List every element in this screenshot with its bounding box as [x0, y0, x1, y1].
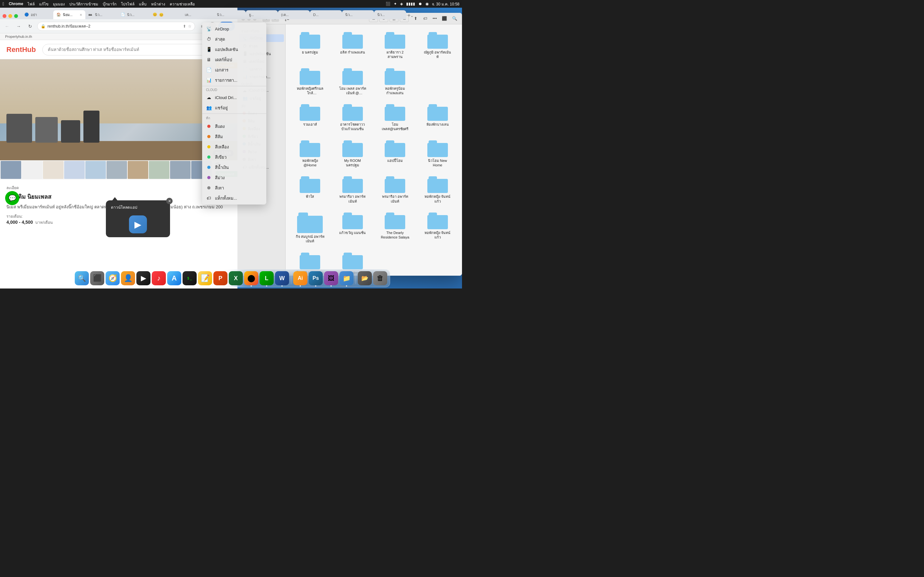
tab-4[interactable]: 📄 นิว... [118, 10, 150, 19]
folder-item-horphak-srikaml[interactable]: หอพักหญิงศรีกมล ใกล้ มรน...นครปฐม [291, 66, 330, 98]
history-menu[interactable]: ประวัติการเข้าชม [69, 1, 98, 7]
share-documents[interactable]: 📄 เอกสาร [202, 65, 266, 75]
folder-item-natphum[interactable]: ณัฐภูมิ อพาร์ทเม้นท์ [418, 29, 457, 62]
site-logo[interactable]: RentHub [6, 45, 36, 54]
thumb-6[interactable] [107, 161, 127, 179]
dock-files-icon[interactable]: 📁 [339, 271, 354, 285]
folder-item-y-nakhon[interactable]: ย นครปฐม [291, 29, 330, 62]
folder-item-horphak-kru[interactable]: หอพักครูป้อม กำแพงแสน [376, 66, 415, 98]
minimize-button[interactable] [8, 14, 12, 18]
help-menu[interactable]: ความช่วยเหลือ [170, 1, 195, 7]
tab-menu[interactable]: แท็บ [139, 1, 147, 7]
dock-safari-icon[interactable]: 🧭 [105, 271, 120, 285]
dock-finder-icon[interactable]: 🔍 [75, 271, 89, 285]
share-icloud[interactable]: ☁ iCloud Dri... [202, 92, 266, 103]
dock-ai-icon[interactable]: Ai [293, 271, 307, 285]
folder-item-patitara[interactable]: ผาติธารา 2 สามพราน [376, 29, 415, 62]
view-menu[interactable]: มุมมอง [53, 1, 65, 7]
folder-item-alis[interactable]: อลิส กำแพงแสน [333, 29, 372, 62]
thumb-8[interactable] [149, 161, 170, 179]
thumb-9[interactable] [170, 161, 191, 179]
tab-10[interactable]: D... [310, 10, 342, 19]
share-shared[interactable]: 👥 แชร์อยู่ [202, 103, 266, 113]
edit-menu[interactable]: แก้ไข [39, 1, 48, 7]
share-airdrop[interactable]: 📡 AirDrop [202, 24, 266, 34]
thumb-4[interactable] [64, 161, 85, 179]
finder-tag-button[interactable]: 🏷 [421, 15, 429, 22]
bookmark-icon[interactable]: ☆ [188, 24, 192, 29]
folder-item-banglen[interactable]: ห้องพักบางเลน [418, 102, 457, 134]
share-icon[interactable]: ⬆ [183, 24, 186, 29]
line-contact-button[interactable]: 💬 [5, 191, 19, 205]
popup-close-button[interactable]: ✕ [166, 198, 173, 204]
dock-chrome-icon[interactable]: ⬤ [244, 271, 258, 285]
folder-item-pramaria1[interactable]: พรมารีอา อพาร์ทเม้นท์ [333, 174, 372, 206]
navi-icon[interactable]: ◉ [425, 2, 429, 6]
new-tab-button[interactable]: + [407, 13, 410, 18]
wifi-icon[interactable]: ◈ [400, 2, 403, 6]
app-name-menu[interactable]: Chrome [9, 2, 23, 6]
folder-item-dearly[interactable]: The Dearly Residence Salaya [376, 210, 415, 246]
folder-item-fasai[interactable]: ฟ้าใส [291, 174, 330, 206]
dock-word-icon[interactable]: W [275, 271, 289, 285]
dock-trash-icon[interactable]: 🗑 [373, 271, 387, 285]
folder-item-ruamao[interactable]: รวมเอาส์ [291, 102, 330, 134]
dock-line-icon[interactable]: L [260, 271, 274, 285]
dock-appstore-icon[interactable]: A [167, 271, 181, 285]
dock-notes-icon[interactable]: 📝 [198, 271, 212, 285]
dock-ppt-icon[interactable]: P [213, 271, 228, 285]
tag-yellow[interactable]: สีเหลือง [202, 142, 266, 152]
finder-more-button[interactable]: ••• [431, 15, 439, 22]
folder-item-home-place[interactable]: โฮม เพลส อพาร์ทเม้นท์ @ นครชัยศรี [333, 66, 372, 98]
tab-11[interactable]: นิว... [342, 10, 374, 19]
tag-orange[interactable]: สีส้ม [202, 131, 266, 142]
dock-preview-icon[interactable]: 🖼 [324, 271, 338, 285]
folder-item-pramaria2[interactable]: พรมารีอา อพาร์ทเม้นท์ [376, 174, 415, 206]
tag-green[interactable]: สีเขียว [202, 152, 266, 162]
folder-item-new-home[interactable]: นิวโฮม New Home [418, 138, 457, 170]
dock-ps-icon[interactable]: Ps [309, 271, 323, 285]
popup-app-icon[interactable]: ▶ [129, 215, 147, 234]
dock-finder2-icon[interactable]: 📂 [358, 271, 372, 285]
tab-3[interactable]: 🏘 นิว... [86, 10, 118, 19]
folder-item-chokdao[interactable]: อาคารโชคดาวว บัวแก้วแมนชั่น [333, 102, 372, 134]
file-menu[interactable]: ไฟล์ [27, 1, 35, 7]
bookmarks-menu[interactable]: บุ๊กมาร์ก [103, 1, 116, 7]
tab-6[interactable]: เค... [182, 10, 214, 19]
folder-item-myroom[interactable]: My ROOM นครปฐม [333, 138, 372, 170]
battery-icon[interactable]: ▮▮▮▮ [406, 2, 415, 6]
back-button[interactable]: ← [3, 22, 11, 31]
tab-2[interactable]: 🏠 นิยม... ✕ [53, 10, 86, 19]
tag-blue[interactable]: สีน้ำเงิน [202, 162, 266, 172]
dock-contacts-icon[interactable]: 👤 [121, 271, 135, 285]
folder-item-kaewkhwan[interactable]: แก้วขวัญ แมนชั่น [333, 210, 372, 246]
folder-item-kit-sombun[interactable]: กิจ สมบูรณ์ อพาร์ทเม้นท์ [291, 210, 330, 246]
tab-5[interactable]: 😊 😊 [150, 10, 182, 19]
finder-search-button[interactable]: 🔍 [451, 15, 458, 22]
bluetooth-icon[interactable]: ✦ [394, 2, 397, 6]
screen-record-icon[interactable]: ⏺ [418, 2, 422, 6]
maximize-button[interactable] [14, 14, 18, 18]
reload-button[interactable]: ↻ [26, 22, 35, 31]
tab-7[interactable]: นิว... [214, 10, 246, 19]
tag-all[interactable]: 🏷 แท็กทั้งหม... [202, 193, 266, 203]
thumb-2[interactable] [22, 161, 42, 179]
close-button[interactable] [3, 14, 6, 18]
tab-8[interactable]: ยู... [246, 10, 278, 19]
tag-purple[interactable]: สีม่วง [202, 172, 266, 183]
tab-1[interactable]: 🔵 อย่า [21, 10, 53, 19]
thumb-5[interactable] [86, 161, 106, 179]
tab-9[interactable]: (เค... [278, 10, 310, 19]
share-apps[interactable]: 📱 แอปพลิเคชัน [202, 44, 266, 55]
profiles-menu[interactable]: โปรไฟล์ [121, 1, 134, 7]
tag-red[interactable]: สีแดง [202, 121, 266, 131]
thumb-3[interactable] [43, 161, 63, 179]
tag-gray[interactable]: สีเทา [202, 183, 266, 193]
tab-12[interactable]: นิว... [374, 10, 406, 19]
share-desktop[interactable]: 🖥 เดสก์ท็อป [202, 55, 266, 65]
finder-sidebar-toggle[interactable]: ⬛ [440, 15, 449, 22]
dock-terminal-icon[interactable]: $ _ [183, 271, 197, 285]
forward-button[interactable]: → [14, 22, 23, 31]
folder-item-home-place2[interactable]: โฮม เพลส@นครชัยศรี [376, 102, 415, 134]
thumb-1[interactable] [1, 161, 21, 179]
